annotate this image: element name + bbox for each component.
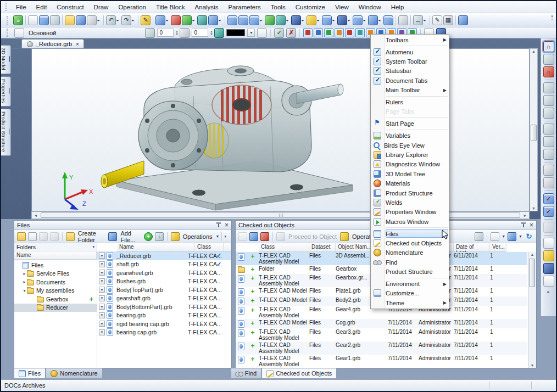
context-menu-item[interactable]: Welds [371,198,449,207]
file-row[interactable]: ▼ bearing.grb T-FLEX CA... [97,311,231,320]
toolbar-icon[interactable]: ✎ [432,15,442,25]
toolbar-icon[interactable] [353,15,363,25]
dock-tab[interactable]: Nomenclature [46,368,102,379]
tab-close-icon[interactable]: × [75,41,79,47]
folder-tree-item[interactable]: ▸ Service Files + [14,270,97,278]
toolbar-icon[interactable] [383,15,393,25]
right-toolbar-icon[interactable] [543,263,554,274]
right-toolbar-icon[interactable] [543,95,554,106]
column-header[interactable]: Date of Last... [454,243,490,252]
side-tab[interactable]: 3D Model [1,45,11,74]
column-header[interactable]: Ver... [490,243,506,252]
user-filter-icon[interactable] [475,232,483,241]
column-header[interactable]: Class [259,243,309,252]
toolbar-icon[interactable]: ✎ [141,15,151,25]
menu-item[interactable]: Analysis [190,4,224,10]
menu-item[interactable]: Edit [31,4,52,10]
folder-tree-item[interactable]: Reducer + [14,304,97,312]
row-expander-icon[interactable]: ▼ [99,287,105,293]
layers-icon[interactable] [145,28,155,38]
pin-icon[interactable] [215,222,221,228]
right-toolbar-icon[interactable] [543,82,554,93]
menu-item[interactable]: View [330,4,354,10]
context-menu-item[interactable]: Birds Eye View [371,141,449,150]
toolbar-icon[interactable] [87,15,97,25]
dock-tab[interactable]: Files [14,368,46,379]
toolbar-icon[interactable] [62,15,63,25]
undo-checkout-icon[interactable] [260,232,269,241]
menu-item[interactable]: File [11,4,31,10]
tree-expander-icon[interactable]: ▸ [22,271,27,276]
folder-tree-item[interactable]: ▸ Documents + [14,278,97,287]
dock-tab[interactable]: Checked out Objects [261,368,337,379]
context-menu-item[interactable]: Main Toolbar ▶ [371,85,449,94]
context-menu-item[interactable]: Document Tabs [371,76,449,85]
edit-view-icon[interactable] [491,232,499,241]
row-expander-icon[interactable]: ▼ [99,295,105,301]
toolbar-icon[interactable] [28,15,38,25]
column-header[interactable]: Dataset [309,243,336,252]
window-view-icon[interactable] [508,232,516,241]
layer-spinner[interactable]: 0 [157,29,174,37]
right-toolbar-icon[interactable] [544,235,553,236]
context-menu-item[interactable]: Library Explorer [371,150,449,159]
context-menu-item[interactable]: Product Structure [371,267,449,276]
right-toolbar-icon[interactable] [543,222,554,233]
scroll-left-icon[interactable]: ◄ [32,214,40,217]
style-combo[interactable]: Основной [26,30,58,36]
menu-item[interactable]: Construct [52,4,88,10]
add-file-icon[interactable] [108,232,117,241]
chevron-down-icon[interactable]: ▼ [502,234,505,238]
column-header[interactable] [224,243,231,251]
toolbar-icon[interactable] [396,15,396,25]
toolbar-icon[interactable] [197,15,207,25]
context-menu-item[interactable]: Rulers [371,97,449,107]
context-menu-item[interactable]: Product Structure [371,188,449,198]
selector-filter-icon[interactable] [303,28,313,37]
toolbar-icon[interactable] [337,15,347,25]
right-toolbar-icon[interactable] [544,162,553,163]
selector-filter-icon[interactable] [355,28,365,37]
row-expander-icon[interactable]: ▼ [99,321,105,327]
context-menu-item[interactable]: Checked out Objects [371,238,449,248]
context-menu-item[interactable]: Find [371,257,449,267]
pin-icon[interactable] [520,222,526,228]
menu-item[interactable]: Customize [291,4,330,10]
edit-object-icon[interactable] [238,232,247,241]
file-row[interactable]: ▼ gearwheel.grb T-FLEX CA... [97,268,231,277]
column-header[interactable]: Name [117,243,195,251]
right-toolbar-icon[interactable] [543,108,554,119]
right-toolbar-icon[interactable]: ∩ [543,66,554,77]
chevron-down-icon[interactable]: ▼ [519,234,522,238]
context-menu-item[interactable]: System Toolbar [371,57,449,66]
context-menu-item[interactable]: Page Tabs [371,107,449,116]
toolbar-icon[interactable] [171,15,181,25]
toolbar-icon[interactable] [208,15,218,25]
level-spinner[interactable]: 0 [192,29,208,37]
toolbar-icon[interactable]: ↶ [106,15,116,25]
scroll-up-icon[interactable]: ▲ [530,49,537,53]
scroll-up-icon[interactable]: ▲ [528,253,536,256]
toolbar-icon[interactable] [155,15,165,25]
folder-tree-item[interactable]: Gearbox + [14,295,97,304]
deselect-icon[interactable]: ✗ [286,28,296,38]
filter-list-icon[interactable] [257,28,267,38]
file-row[interactable]: ▼ bearing cap.grb T-FLEX CA... [97,328,231,337]
toolbar-icon[interactable] [398,15,408,25]
toolbar-icon[interactable] [65,15,75,25]
operations-icon[interactable] [340,232,349,241]
toolbar-icon[interactable] [138,15,138,25]
3d-viewport[interactable]: Y X Z [31,48,530,211]
operations-button[interactable]: Operations [182,233,214,240]
toolbar-overflow-icon[interactable]: ▾≡ [551,15,554,21]
file-row[interactable]: ▼ _Reducer.grb T-FLEX CA... ✓ [97,251,231,260]
right-toolbar-icon[interactable] [543,250,554,261]
toolbar-overflow-icon[interactable]: ▾ [221,232,229,241]
toolbar-icon[interactable] [182,15,192,25]
selector-filter-icon[interactable] [345,28,354,37]
menu-item[interactable]: Window [354,4,386,10]
toolbar-icon[interactable] [276,15,286,25]
context-menu-item[interactable]: 3D Model Tree [371,169,449,178]
toolbar-icon[interactable] [455,15,456,25]
table-vscrollbar[interactable]: ▲ ▼ [528,252,536,368]
